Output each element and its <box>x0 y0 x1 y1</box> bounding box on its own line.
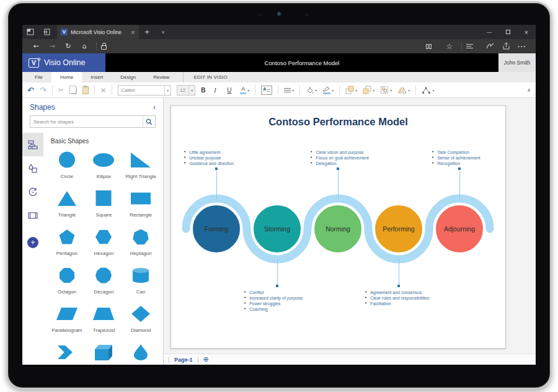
tab-close-icon[interactable]: × <box>130 29 135 35</box>
new-tab-button[interactable]: + <box>139 25 155 39</box>
shape-pentagon[interactable]: Pentagon <box>48 228 86 260</box>
collapse-panel-icon[interactable]: ‹ <box>153 103 156 112</box>
favorites-star-icon[interactable]: ☆ <box>442 42 457 51</box>
brand-name: Visio Online <box>44 58 85 67</box>
browser-tab-visio[interactable]: V Microsoft Visio Online × <box>57 25 139 39</box>
stage-notes-performing[interactable]: •Agreement and consensus•Clear roles and… <box>365 290 458 306</box>
search-icon[interactable] <box>143 116 155 127</box>
collapse-ribbon-button[interactable]: ∧ <box>527 87 531 93</box>
stage-notes-norming[interactable]: •Clear vision and purpose•Focus on goal … <box>310 149 403 166</box>
square-shape-icon <box>92 189 115 210</box>
stage-notes-adjourning[interactable]: •Task Completion•Sense of achievement•Re… <box>432 149 525 166</box>
stencil-basic-shapes-icon[interactable] <box>22 133 43 156</box>
page-tab[interactable]: Page-1 <box>174 357 193 363</box>
shape-diamond[interactable]: Diamond <box>122 305 159 337</box>
stage-circle-performing[interactable]: Performing <box>373 203 424 254</box>
stencil-frames-icon[interactable] <box>22 203 43 227</box>
stage-notes-storming[interactable]: •Conflict•Increased clarity of purpose•P… <box>244 290 337 312</box>
shape-triangle[interactable]: Triangle <box>48 189 86 221</box>
connector-button[interactable]: ▾ <box>422 86 434 94</box>
ribbon-tab-review[interactable]: Review <box>144 72 178 82</box>
shape-rectangle[interactable]: Rectangle <box>122 189 159 221</box>
minimize-button[interactable]: — <box>480 25 498 39</box>
paste-button[interactable] <box>82 86 89 94</box>
shape-heptagon[interactable]: Heptagon <box>122 228 159 260</box>
italic-button[interactable]: I <box>214 87 221 94</box>
more-options-icon[interactable]: ··· <box>515 43 529 50</box>
shape-circle[interactable]: Circle <box>48 151 86 183</box>
add-stencil-button[interactable]: + <box>27 237 38 248</box>
shape-octagon[interactable]: Octagon <box>48 266 86 298</box>
chevron-down-icon: ▾ <box>408 88 410 92</box>
cut-button[interactable]: ✂ <box>58 86 64 94</box>
stage-circle-storming[interactable]: Storming <box>252 203 303 254</box>
ribbon-tab-home[interactable]: Home <box>51 72 82 82</box>
fill-color-button[interactable]: ▾ <box>306 86 317 94</box>
group-button[interactable]: ▾ <box>380 86 392 94</box>
shape-drop[interactable]: Drop <box>122 343 159 365</box>
tab-list-chevron-icon[interactable]: ∨ <box>155 25 171 39</box>
send-backward-button[interactable]: ▾ <box>363 86 374 94</box>
ribbon-tab-design[interactable]: Design <box>112 72 144 82</box>
shape-square[interactable]: Square <box>86 189 123 221</box>
shape-label: Trapezoid <box>93 327 115 333</box>
forward-button[interactable]: → <box>45 42 60 50</box>
font-name-select[interactable]: Calibri ▾ <box>118 85 171 96</box>
stage-circle-adjourning[interactable]: Adjourning <box>434 203 485 254</box>
stage-notes-forming[interactable]: •Little agreement•Unclear purpose•Guidan… <box>184 149 277 166</box>
shape-label: Octagon <box>58 289 76 295</box>
reading-view-icon[interactable] <box>426 44 441 49</box>
stage-circle-forming[interactable]: Forming <box>191 203 242 254</box>
shape-search-input[interactable] <box>30 119 143 125</box>
shape-trapezoid[interactable]: Trapezoid <box>86 305 123 337</box>
align-text-button[interactable]: ▾ <box>284 87 294 94</box>
set-tabs-aside-icon[interactable] <box>38 25 55 39</box>
line-color-button[interactable]: ▾ <box>322 86 334 94</box>
ribbon-tab-file[interactable]: File <box>26 72 51 82</box>
shape-chevron[interactable]: Chevron <box>48 343 86 365</box>
note-item: •Clear roles and responsibilities <box>365 295 458 301</box>
home-button[interactable]: ⌂ <box>77 42 92 50</box>
shape-hexagon[interactable]: Hexagon <box>86 228 123 260</box>
shape-ellipse[interactable]: Ellipse <box>86 151 123 183</box>
underline-button[interactable]: U <box>227 87 234 94</box>
shape-right-triangle[interactable]: Right Triangle <box>122 151 159 183</box>
copy-button[interactable] <box>69 86 77 94</box>
shape-can[interactable]: Can <box>122 266 159 298</box>
delete-button[interactable]: × <box>100 86 106 94</box>
share-icon[interactable] <box>498 42 513 51</box>
diagram-title[interactable]: Contoso Performance Model <box>171 116 505 128</box>
divider <box>415 85 416 95</box>
refresh-button[interactable]: ↻ <box>61 42 76 50</box>
stencil-recent-icon[interactable] <box>22 180 43 203</box>
connector-line <box>277 259 278 285</box>
undo-button[interactable]: ↶ <box>27 86 34 95</box>
drawing-canvas[interactable]: Contoso Performance Model Forming•Little… <box>164 98 536 365</box>
connector-line <box>399 259 399 285</box>
text-block-button[interactable]: A <box>261 86 272 95</box>
shape-parallelogram[interactable]: Parallelogram <box>48 305 86 337</box>
note-item: •Sense of achievement <box>432 155 525 161</box>
tab-preview-icon[interactable] <box>22 25 38 39</box>
stencil-shapes-icon[interactable] <box>22 156 43 180</box>
note-text: Conflict <box>249 290 264 295</box>
shape-decagon[interactable]: Decagon <box>86 266 123 298</box>
user-account[interactable]: John Smith <box>498 53 536 72</box>
ribbon-tab-insert[interactable]: Insert <box>82 72 112 82</box>
annotate-pen-icon[interactable] <box>482 42 497 51</box>
bold-button[interactable]: B <box>201 87 208 94</box>
shape-cube[interactable]: Cube <box>86 343 123 365</box>
font-size-select[interactable]: 12 ▾ <box>177 85 195 96</box>
hub-icon[interactable] <box>466 43 481 50</box>
stage-circle-norming[interactable]: Norming <box>312 203 363 254</box>
font-color-button[interactable]: A ▾ <box>240 86 249 94</box>
restore-button[interactable] <box>498 25 517 39</box>
drawing-page[interactable]: Contoso Performance Model Forming•Little… <box>170 105 506 349</box>
rotate-flip-button[interactable]: ▾ <box>397 86 410 94</box>
bring-forward-button[interactable]: ▾ <box>345 86 357 94</box>
ribbon-tab-edit-in-visio[interactable]: EDIT IN VISIO <box>183 72 236 82</box>
redo-button[interactable]: ↷ <box>40 86 46 95</box>
add-page-button[interactable]: ⊕ <box>203 356 209 363</box>
back-button[interactable]: ← <box>29 42 43 50</box>
close-button[interactable]: × <box>517 25 536 39</box>
